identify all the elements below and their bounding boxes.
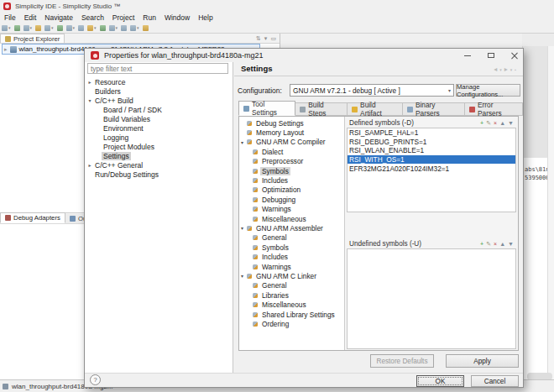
defined-symbol-item[interactable]: RSI_SAMPLE_HAL=1 bbox=[348, 128, 515, 138]
tool-tree-memory-layout[interactable]: Memory Layout bbox=[239, 128, 344, 137]
pin-icon[interactable]: ▪ bbox=[515, 67, 516, 72]
tool-tree-miscellaneous[interactable]: Miscellaneous bbox=[239, 300, 344, 309]
tool-tree-preprocessor[interactable]: Preprocessor bbox=[239, 157, 344, 166]
tab-project-explorer[interactable]: Project Explorer bbox=[0, 34, 65, 43]
toolbar-icon[interactable] bbox=[14, 25, 20, 31]
filter-input[interactable] bbox=[87, 63, 228, 74]
delete-icon[interactable]: × bbox=[494, 241, 497, 247]
close-icon[interactable] bbox=[504, 49, 525, 62]
tab-binary-parsers[interactable]: Binary Parsers bbox=[403, 102, 465, 116]
toolbar-icon[interactable] bbox=[35, 25, 41, 31]
forward-caret-icon[interactable]: ▾ bbox=[510, 67, 513, 72]
help-icon[interactable]: ? bbox=[90, 374, 101, 385]
tool-tree-gnu-arm-c-linker[interactable]: ▾GNU ARM C Linker bbox=[239, 271, 344, 280]
tool-tree-gnu-arm-c-compiler[interactable]: ▾GNU ARM C Compiler bbox=[239, 138, 344, 147]
tool-tree-includes[interactable]: Includes bbox=[239, 175, 344, 185]
menu-search[interactable]: Search bbox=[77, 13, 108, 22]
menu-run[interactable]: Run bbox=[138, 13, 160, 22]
dialog-nav-build-variables[interactable]: Build Variables bbox=[85, 114, 232, 123]
tool-tree-includes[interactable]: Includes bbox=[239, 252, 344, 261]
edit-icon[interactable]: ✎ bbox=[486, 241, 491, 247]
tool-tree-miscellaneous[interactable]: Miscellaneous bbox=[239, 214, 344, 223]
toolbar-icon[interactable] bbox=[143, 25, 149, 31]
configuration-select[interactable]: GNU ARM v7.2.1 - debug [ Active ] ▾ bbox=[290, 84, 454, 97]
dialog-nav-resource[interactable]: ▸Resource bbox=[85, 77, 232, 86]
manage-configurations-button[interactable]: Manage Configurations... bbox=[456, 84, 520, 97]
back-icon[interactable]: ◂ bbox=[494, 65, 497, 73]
add-icon[interactable]: + bbox=[480, 241, 483, 247]
move-up-icon[interactable]: ▲ bbox=[499, 120, 505, 126]
tab-error-parsers[interactable]: Error Parsers bbox=[465, 102, 523, 116]
tool-tree-general[interactable]: General bbox=[239, 233, 344, 243]
tool-tree-debugging[interactable]: Debugging bbox=[239, 195, 344, 204]
toolbar-icon[interactable]: ▾ bbox=[24, 25, 33, 31]
forward-icon[interactable]: ▸ bbox=[504, 65, 508, 73]
dialog-nav-pane: ▸ResourceBuilders▾C/C++ BuildBoard / Par… bbox=[85, 62, 233, 373]
delete-icon[interactable]: × bbox=[494, 120, 497, 126]
tool-tree-ordering[interactable]: Ordering bbox=[239, 319, 344, 328]
toolbar-icon[interactable]: ▾ bbox=[109, 25, 118, 31]
move-down-icon[interactable]: ▼ bbox=[508, 241, 514, 247]
cancel-button[interactable]: Cancel bbox=[471, 375, 519, 387]
tab-debug-adapters[interactable]: Debug Adapters bbox=[0, 212, 65, 223]
tool-tree-optimization[interactable]: Optimization bbox=[239, 186, 344, 195]
toolbar-icon[interactable] bbox=[78, 25, 84, 31]
collapse-all-icon[interactable]: ⇅ bbox=[256, 35, 261, 42]
tool-tree-general[interactable]: General bbox=[239, 281, 344, 290]
toolbar-icon[interactable] bbox=[57, 25, 63, 31]
defined-symbol-item[interactable]: RSI_WLAN_ENABLE=1 bbox=[348, 146, 515, 155]
toolbar-icon[interactable] bbox=[100, 25, 106, 31]
tab-tool-settings[interactable]: Tool Settings bbox=[238, 101, 295, 116]
dialog-nav-c-c-general[interactable]: ▸C/C++ General bbox=[85, 160, 232, 170]
back-caret-icon[interactable]: ▾ bbox=[499, 67, 502, 72]
move-down-icon[interactable]: ▼ bbox=[508, 120, 514, 126]
restore-defaults-button[interactable]: Restore Defaults bbox=[370, 354, 434, 368]
view-menu-icon[interactable]: ▾ bbox=[264, 35, 268, 42]
menu-edit[interactable]: Edit bbox=[20, 13, 41, 22]
tool-tree-libraries[interactable]: Libraries bbox=[239, 290, 344, 300]
toolbar-icon[interactable]: ▾ bbox=[87, 25, 97, 31]
wrench-icon bbox=[253, 169, 258, 174]
tool-tree-symbols[interactable]: Symbols bbox=[239, 243, 344, 252]
toolbar-icon[interactable]: ▾ bbox=[44, 25, 54, 31]
editor-scrollbar[interactable] bbox=[547, 46, 554, 379]
dialog-nav-environment[interactable]: Environment bbox=[85, 123, 232, 133]
defined-symbol-item[interactable]: EFR32MG21A020F1024IM32=1 bbox=[348, 164, 515, 173]
tool-tree-dialect[interactable]: Dialect bbox=[239, 147, 344, 156]
tool-tree-warnings[interactable]: Warnings bbox=[239, 205, 344, 214]
dialog-nav-c-c-build[interactable]: ▾C/C++ Build bbox=[85, 96, 232, 105]
toolbar-icon[interactable]: ▾ bbox=[66, 25, 76, 31]
edit-icon[interactable]: ✎ bbox=[486, 120, 491, 126]
dialog-nav-builders[interactable]: Builders bbox=[85, 86, 232, 96]
dialog-nav-logging[interactable]: Logging bbox=[85, 133, 232, 142]
tool-tree-warnings[interactable]: Warnings bbox=[239, 262, 344, 271]
tab-build-steps[interactable]: Build Steps bbox=[295, 102, 348, 116]
dialog-nav-run-debug-settings[interactable]: Run/Debug Settings bbox=[85, 170, 232, 179]
menu-help[interactable]: Help bbox=[194, 13, 217, 22]
defined-symbol-item[interactable]: RSI_WITH_OS=1 bbox=[348, 155, 515, 165]
dialog-nav-settings[interactable]: Settings bbox=[85, 151, 232, 160]
toolbar-icon[interactable]: ▾ bbox=[130, 25, 139, 31]
tool-tree-shared-library-settings[interactable]: Shared Library Settings bbox=[239, 310, 344, 319]
dialog-nav-board-part-sdk[interactable]: Board / Part / SDK bbox=[85, 105, 232, 114]
maximize-icon[interactable] bbox=[481, 49, 501, 62]
toolbar-icon[interactable] bbox=[121, 25, 127, 31]
menu-navigate[interactable]: Navigate bbox=[40, 13, 77, 22]
tool-tree-debug-settings[interactable]: Debug Settings bbox=[239, 118, 344, 128]
move-up-icon[interactable]: ▲ bbox=[499, 241, 505, 247]
minimize-view-icon[interactable]: ▭ bbox=[270, 35, 276, 42]
tool-tree-gnu-arm-assembler[interactable]: ▾GNU ARM Assembler bbox=[239, 223, 344, 233]
add-icon[interactable]: + bbox=[480, 120, 483, 126]
dialog-nav-project-modules[interactable]: Project Modules bbox=[85, 142, 232, 151]
minimize-icon[interactable] bbox=[457, 49, 478, 62]
tab-build-artifact[interactable]: Build Artifact bbox=[348, 102, 403, 116]
defined-symbol-item[interactable]: RSI_DEBUG_PRINTS=1 bbox=[348, 138, 515, 147]
tree-expander-icon[interactable]: ▸ bbox=[4, 46, 8, 53]
tool-tree-symbols[interactable]: Symbols bbox=[239, 166, 344, 175]
apply-button[interactable]: Apply bbox=[446, 354, 519, 368]
menu-file[interactable]: File bbox=[0, 13, 20, 22]
ok-button[interactable]: OK bbox=[416, 375, 464, 387]
menu-project[interactable]: Project bbox=[108, 13, 138, 22]
toolbar-icon[interactable]: ▾ bbox=[2, 25, 11, 31]
menu-window[interactable]: Window bbox=[160, 13, 194, 22]
